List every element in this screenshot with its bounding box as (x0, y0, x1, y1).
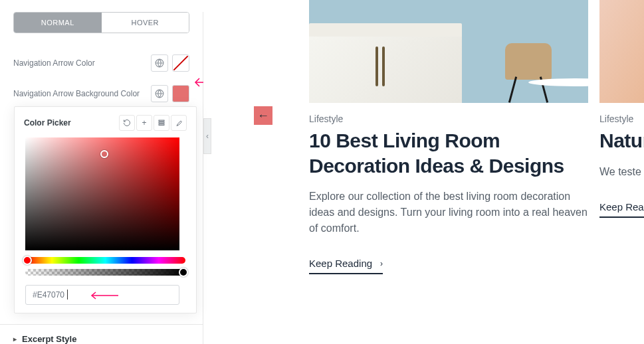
svg-rect-3 (159, 122, 164, 124)
section-label: Excerpt Style (22, 334, 76, 344)
post-excerpt: We teste natural, o Glow up (599, 164, 644, 180)
post-category[interactable]: Lifestyle (599, 114, 644, 124)
post-card: Lifestyle 10 Best Living Room Decoration… (309, 0, 588, 274)
arrow-left-icon: ← (257, 109, 269, 123)
chevron-right-icon: ▸ (13, 335, 17, 343)
tab-normal[interactable]: NORMAL (14, 13, 102, 33)
color-swatch-none[interactable] (172, 54, 189, 72)
saturation-handle[interactable] (100, 150, 108, 158)
excerpt-style-section[interactable]: ▸ Excerpt Style (0, 324, 203, 344)
chevron-right-icon: › (380, 259, 383, 268)
keep-reading-link[interactable]: Keep Reading › (309, 258, 383, 274)
post-card: Lifestyle Natur Skin T We teste natural,… (599, 0, 644, 218)
post-title[interactable]: Natur Skin T (599, 128, 644, 153)
add-icon[interactable]: + (136, 115, 152, 131)
post-image (309, 0, 588, 103)
globe-icon[interactable] (151, 85, 168, 102)
preview-area: ‹ ← Lifestyle 10 Best Living Room Decora… (203, 0, 644, 344)
color-swatch-selected[interactable] (172, 85, 189, 102)
control-label: Navigation Arrow Background Color (13, 89, 140, 98)
hue-slider[interactable] (25, 257, 185, 264)
annotation-arrow-icon (89, 292, 118, 300)
post-category[interactable]: Lifestyle (309, 114, 588, 124)
tab-hover[interactable]: HOVER (102, 13, 189, 33)
editor-sidebar: NORMAL HOVER Navigation Arrow Color Navi… (0, 12, 203, 344)
alpha-slider[interactable] (25, 269, 185, 276)
text-cursor (67, 290, 68, 300)
post-image (599, 0, 644, 103)
saturation-area[interactable] (25, 137, 179, 250)
color-picker-title: Color Picker (24, 118, 71, 128)
control-label: Navigation Arrow Color (13, 58, 95, 68)
keep-reading-link[interactable]: Keep Rea (599, 201, 644, 218)
state-tabs: NORMAL HOVER (13, 12, 189, 33)
panel-collapse-handle[interactable]: ‹ (203, 118, 211, 154)
svg-rect-2 (159, 120, 164, 122)
chevron-left-icon: ‹ (206, 131, 209, 141)
post-title[interactable]: 10 Best Living Room Decoration Ideas & D… (309, 128, 588, 178)
carousel-prev-button[interactable]: ← (254, 106, 272, 125)
alpha-handle[interactable] (179, 268, 188, 277)
control-nav-arrow-color: Navigation Arrow Color (0, 48, 203, 78)
control-nav-arrow-bg-color: Navigation Arrow Background Color (0, 78, 203, 109)
globe-icon[interactable] (151, 54, 168, 72)
post-excerpt: Explore our collection of the best livin… (309, 189, 588, 236)
color-picker-popover: Color Picker + (14, 106, 197, 313)
list-icon[interactable] (154, 115, 169, 131)
hue-handle[interactable] (23, 256, 32, 265)
reset-icon[interactable] (119, 115, 135, 131)
svg-rect-4 (159, 124, 164, 126)
eyedropper-icon[interactable] (171, 115, 187, 131)
